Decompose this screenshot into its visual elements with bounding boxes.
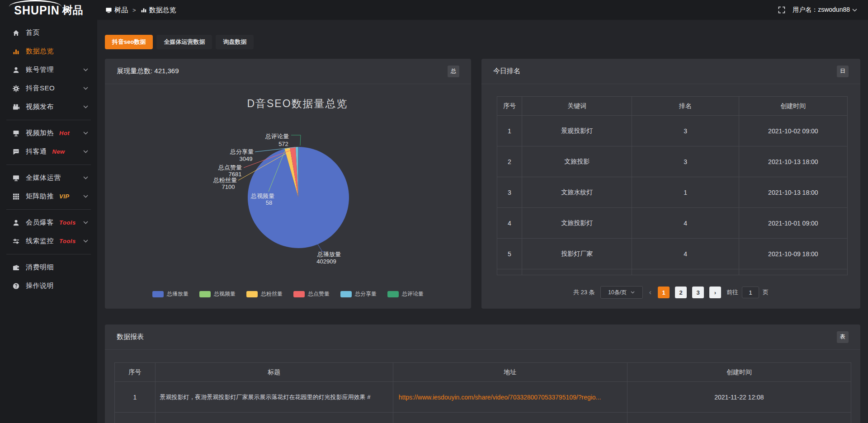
- created-time: 2021-11-22 12:08: [627, 382, 851, 413]
- table-row: 2 文旅投影 3 2021-10-13 18:00: [497, 146, 848, 177]
- grid-icon: [12, 193, 20, 200]
- screen-icon: [105, 7, 112, 14]
- svg-text:7100: 7100: [222, 183, 235, 190]
- page-button-2[interactable]: 2: [675, 287, 687, 298]
- sidebar-item-matrix-boost[interactable]: 矩阵助推 VIP: [0, 187, 97, 206]
- column-header: 排名: [632, 97, 739, 116]
- column-header: 创建时间: [739, 97, 847, 116]
- svg-text:总视频量: 总视频量: [250, 193, 274, 199]
- chevron-down-icon: [83, 221, 88, 224]
- today-rank-panel: 今日排名 日 序号 关键词 排名 创建时间 1 景观投影灯 3 2021-10-…: [481, 59, 860, 309]
- page-size-select[interactable]: 10条/页: [600, 286, 643, 299]
- prev-page-button[interactable]: ‹: [648, 288, 652, 296]
- pagination: 共 23 条 10条/页 ‹ 1 2 3 › 前往 页: [481, 286, 860, 299]
- table-toggle-button[interactable]: 表: [837, 331, 849, 343]
- sidebar-item-douyin-seo[interactable]: 抖音SEO: [0, 79, 97, 98]
- svg-text:402909: 402909: [316, 258, 336, 265]
- goto-unit-label: 页: [763, 288, 769, 296]
- sidebar-item-label: 视频加热: [26, 129, 54, 137]
- column-header: 地址: [393, 363, 627, 382]
- breadcrumb-label: 数据总览: [149, 6, 176, 14]
- sidebar-item-label: 首页: [26, 28, 40, 37]
- table-row-clipped: [115, 413, 851, 423]
- sidebar-divider: [6, 120, 91, 120]
- svg-text:3049: 3049: [240, 155, 253, 162]
- chart-panel-header: 展现量总数: 421,369 总: [105, 59, 471, 84]
- day-toggle-button[interactable]: 日: [837, 66, 849, 77]
- table-row: 4 文旅投影灯 4 2021-10-01 09:00: [497, 208, 848, 239]
- impressions-total-label: 展现量总数: 421,369: [117, 67, 179, 75]
- fullscreen-button[interactable]: [778, 6, 785, 14]
- username-label: 用户名：zswodun88: [793, 6, 850, 14]
- chevron-down-icon: [83, 195, 88, 198]
- rank-panel-title: 今日排名: [493, 67, 520, 75]
- sidebar-divider: [6, 164, 91, 165]
- breadcrumb-item-home[interactable]: 树品: [105, 6, 128, 14]
- column-header: 序号: [497, 97, 522, 116]
- sidebar-item-label: 全媒体运营: [26, 174, 61, 182]
- breadcrumb: 树品 > 数据总览: [105, 6, 176, 14]
- sidebar-item-lead-monitor[interactable]: 线索监控 Tools: [0, 232, 97, 250]
- goto-label: 前往: [726, 288, 738, 296]
- svg-text:总粉丝量: 总粉丝量: [213, 177, 237, 183]
- tab-inquiry-data[interactable]: 询盘数据: [216, 35, 254, 49]
- video-url-link[interactable]: https://www.iesdouyin.com/share/video/70…: [399, 394, 601, 401]
- legend-item-fans[interactable]: 总粉丝量: [246, 290, 283, 298]
- wallet-icon: [12, 264, 20, 271]
- tab-media-operation-data[interactable]: 全媒体运营数据: [156, 35, 212, 49]
- page-button-3[interactable]: 3: [692, 287, 704, 298]
- sidebar-item-data-overview[interactable]: 数据总览: [0, 42, 97, 61]
- svg-text:总播放量: 总播放量: [317, 251, 341, 258]
- sidebar-item-media-operation[interactable]: 全媒体运营: [0, 169, 97, 187]
- sidebar-item-home[interactable]: 首页: [0, 24, 97, 42]
- sidebar-item-video-publish[interactable]: 视频发布: [0, 98, 97, 116]
- sidebar-item-consumption-detail[interactable]: 消费明细: [0, 258, 97, 277]
- bar-chart-icon: [12, 48, 20, 55]
- total-count-label: 共 23 条: [573, 288, 595, 296]
- data-report-panel: 数据报表 表 序号 标题 地址 创建时间 1 景观投影灯，夜游景观投影灯厂家展示…: [105, 324, 860, 423]
- legend-item-playcount[interactable]: 总播放量: [152, 290, 189, 298]
- total-toggle-button[interactable]: 总: [448, 66, 459, 77]
- table-row: 5 投影灯厂家 4 2021-10-09 18:00: [497, 239, 848, 269]
- tools-badge: Tools: [59, 238, 76, 244]
- report-table: 序号 标题 地址 创建时间 1 景观投影灯，夜游景观投影灯厂家展示展示落花灯在花…: [114, 362, 851, 423]
- sidebar-nav: 首页 数据总览 账号管理 抖音SEO 视频发布 视频加热 Hot 抖客通 New…: [0, 20, 97, 423]
- sidebar-item-label: 会员爆客: [26, 218, 54, 227]
- legend-item-shares[interactable]: 总分享量: [340, 290, 377, 298]
- sidebar-item-member-baoke[interactable]: 会员爆客 Tools: [0, 213, 97, 232]
- user-menu[interactable]: 用户名：zswodun88: [793, 6, 857, 14]
- goto-page-input[interactable]: [742, 287, 759, 298]
- user-icon: [12, 219, 20, 226]
- tab-douyin-seo-data[interactable]: 抖音seo数据: [105, 35, 153, 49]
- row-index: 1: [115, 382, 156, 413]
- legend-item-videocount[interactable]: 总视频量: [199, 290, 236, 298]
- gear-icon: [12, 85, 20, 92]
- sidebar-item-douketong[interactable]: 抖客通 New: [0, 142, 97, 161]
- next-page-button[interactable]: ›: [709, 287, 721, 298]
- legend-item-comments[interactable]: 总评论量: [387, 290, 424, 298]
- sidebar-item-instructions[interactable]: 操作说明: [0, 277, 97, 295]
- sidebar-item-label: 视频发布: [26, 103, 54, 111]
- page-button-1[interactable]: 1: [658, 287, 670, 298]
- heat-icon: [12, 130, 20, 137]
- rank-table: 序号 关键词 排名 创建时间 1 景观投影灯 3 2021-10-02 09:0…: [497, 96, 848, 275]
- seo-chart-panel: 展现量总数: 421,369 总 D音SEO数据量总览 总评论量 572 总分享…: [105, 59, 471, 309]
- chevron-down-icon: [83, 68, 88, 71]
- sidebar-item-account[interactable]: 账号管理: [0, 61, 97, 79]
- monitor-icon: [12, 174, 20, 182]
- svg-text:总分享量: 总分享量: [230, 148, 254, 155]
- sidebar-divider: [6, 209, 91, 210]
- breadcrumb-item-current[interactable]: 数据总览: [141, 6, 176, 14]
- sidebar-item-video-heat[interactable]: 视频加热 Hot: [0, 124, 97, 142]
- svg-text:总评论量: 总评论量: [265, 133, 289, 140]
- legend-item-likes[interactable]: 总点赞量: [293, 290, 330, 298]
- sidebar-item-label: 数据总览: [26, 47, 54, 56]
- sidebar-item-label: 账号管理: [26, 66, 54, 74]
- svg-text:总点赞量: 总点赞量: [218, 164, 242, 171]
- chart-legend: 总播放量 总视频量 总粉丝量 总点赞量 总分享量 总评论量: [105, 290, 471, 298]
- sliders-icon: [12, 238, 20, 245]
- caret-down-icon: [631, 291, 635, 294]
- svg-text:572: 572: [278, 141, 288, 147]
- chevron-down-icon: [83, 240, 88, 243]
- chevron-down-icon: [83, 87, 88, 90]
